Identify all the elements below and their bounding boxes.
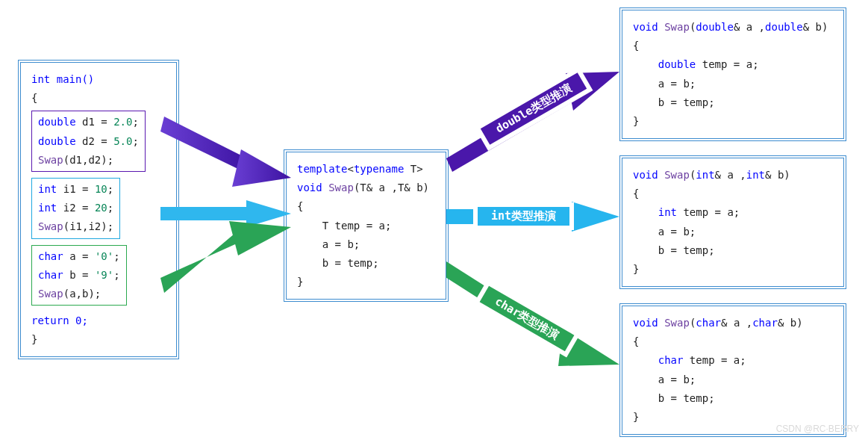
code-line: int i1 = 10; — [38, 180, 113, 199]
int-instance-box: void Swap(int& a ,int& b) { int temp = a… — [619, 155, 846, 289]
arrow-template-to-char — [446, 254, 619, 366]
code-line: { — [633, 332, 833, 351]
code-line: b = temp; — [633, 389, 833, 408]
double-instance-box: void Swap(double& a ,double& b) { double… — [619, 7, 846, 141]
code-line: template<typename T> — [297, 160, 435, 179]
code-line: Swap(a,b); — [38, 285, 120, 303]
code-line: a = b; — [297, 235, 435, 254]
svg-marker-5 — [229, 221, 291, 255]
code-line: } — [297, 273, 435, 291]
code-line: { — [633, 185, 833, 203]
int-block: int i1 = 10; int i2 = 20; Swap(i1,i2); — [31, 178, 120, 239]
svg-marker-1 — [232, 149, 291, 187]
code-line: double temp = a; — [633, 55, 833, 74]
code-line: char b = '9'; — [38, 266, 120, 285]
code-line: char temp = a; — [633, 351, 833, 370]
code-line: void Swap(T& a ,T& b) — [297, 179, 435, 197]
main-function-box: int main() { double d1 = 2.0; double d2 … — [18, 60, 179, 359]
code-line: { — [31, 89, 166, 108]
svg-marker-9 — [572, 202, 619, 232]
double-block: double d1 = 2.0; double d2 = 5.0; Swap(d… — [31, 111, 146, 172]
code-line: { — [633, 37, 833, 55]
code-line: a = b; — [633, 223, 833, 241]
code-line: void Swap(int& a ,int& b) — [633, 166, 833, 185]
code-line: int i2 = 20; — [38, 199, 113, 217]
svg-marker-0 — [160, 117, 250, 172]
code-line: a = b; — [633, 75, 833, 93]
svg-marker-2 — [160, 207, 250, 220]
code-line: int temp = a; — [633, 203, 833, 222]
watermark: CSDN @RC·BERRY — [776, 424, 859, 434]
code-line: void Swap(char& a ,char& b) — [633, 314, 833, 332]
code-line: { — [297, 197, 435, 216]
template-box: template<typename T> void Swap(T& a ,T& … — [284, 149, 449, 302]
code-line: T temp = a; — [297, 217, 435, 235]
arrow-double-to-template — [160, 114, 291, 188]
code-line: Swap(d1,d2); — [38, 151, 139, 170]
arrow-char-to-template — [160, 220, 291, 294]
code-line: Swap(i1,i2); — [38, 217, 113, 236]
char-block: char a = '0'; char b = '9'; Swap(a,b); — [31, 245, 127, 306]
code-line: char a = '0'; — [38, 247, 120, 266]
code-line: return 0; — [31, 312, 166, 330]
label-int-deduce: int类型推演 — [478, 207, 569, 226]
code-line: int main() — [31, 70, 166, 89]
char-instance-box: void Swap(char& a ,char& b) { char temp … — [619, 303, 846, 437]
code-line: double d1 = 2.0; — [38, 113, 139, 131]
code-line: } — [633, 260, 833, 279]
code-line: double d2 = 5.0; — [38, 132, 139, 151]
code-line: void Swap(double& a ,double& b) — [633, 18, 833, 37]
code-line: } — [633, 112, 833, 131]
code-line: a = b; — [633, 371, 833, 389]
code-line: b = temp; — [633, 241, 833, 260]
code-line: } — [31, 330, 166, 349]
code-line: b = temp; — [297, 254, 435, 273]
code-line: b = temp; — [633, 93, 833, 112]
